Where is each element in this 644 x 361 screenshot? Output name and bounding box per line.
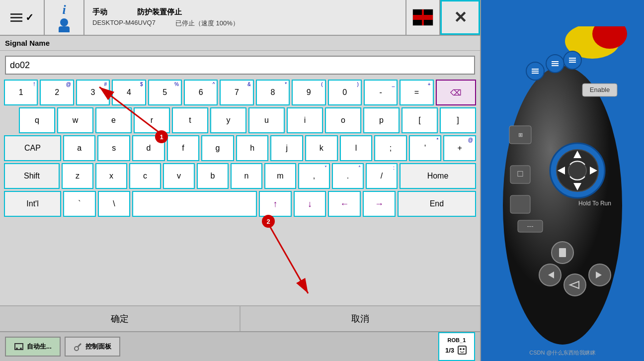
key-equals[interactable]: += — [400, 80, 433, 105]
keyboard-row-bottom: Int'l ` \ ↑ ↓ ← → End — [4, 191, 476, 217]
key-f[interactable]: f — [167, 135, 200, 161]
auto-generate-button[interactable]: 自动生... — [5, 337, 61, 357]
key-p[interactable]: p — [363, 107, 400, 133]
rob-button[interactable]: ROB_1 1/3 — [438, 332, 475, 361]
key-intl[interactable]: Int'l — [4, 191, 61, 217]
key-arrow-up[interactable]: ↑ — [259, 191, 292, 217]
key-shift[interactable]: Shift — [4, 163, 60, 189]
close-button[interactable]: ✕ — [440, 0, 480, 35]
header: ✓ i 手动 防护装置停止 DESKTOP-M46UVQ7 已停止（速度 100… — [0, 0, 480, 36]
key-d[interactable]: d — [132, 135, 165, 161]
key-b[interactable]: b — [197, 163, 229, 189]
key-2[interactable]: @2 — [40, 80, 74, 105]
signal-name-input[interactable] — [5, 56, 475, 75]
bottom-right: ROB_1 1/3 — [438, 332, 475, 361]
menu-button[interactable]: ✓ — [0, 0, 45, 35]
key-u[interactable]: u — [248, 107, 285, 133]
mode-label: 手动 — [92, 7, 107, 17]
key-8[interactable]: *8 — [256, 80, 290, 105]
key-k[interactable]: k — [305, 135, 338, 161]
key-e[interactable]: e — [95, 107, 132, 133]
cancel-label: 取消 — [351, 313, 369, 325]
confirm-label: 确定 — [111, 313, 129, 325]
key-i[interactable]: i — [287, 107, 323, 133]
key-minus[interactable]: _- — [364, 80, 398, 105]
key-x[interactable]: x — [95, 163, 127, 189]
hostname-label: DESKTOP-M46UVQ7 — [92, 19, 156, 28]
info-button[interactable]: i — [45, 0, 84, 35]
key-plus[interactable]: @+ — [443, 135, 476, 161]
key-backtick[interactable]: ` — [63, 191, 96, 217]
keyboard: !1 @2 #3 $4 %5 ^6 &7 *8 (9 )0 _- += ⌫ q … — [0, 78, 480, 305]
input-area — [0, 51, 480, 78]
key-quote[interactable]: *' — [409, 135, 442, 161]
key-arrow-down[interactable]: ↓ — [294, 191, 326, 217]
svg-rect-9 — [458, 346, 466, 354]
checkmark-icon: ✓ — [25, 11, 34, 23]
status-detail-label: 已停止（速度 100%） — [175, 19, 239, 28]
key-slash[interactable]: :/ — [366, 163, 398, 189]
svg-text:---: --- — [527, 222, 534, 230]
key-w[interactable]: w — [57, 107, 93, 133]
key-comma[interactable]: ˅, — [298, 163, 330, 189]
control-panel-button[interactable]: 控制面板 — [65, 337, 120, 357]
key-a[interactable]: a — [63, 135, 96, 161]
confirm-button[interactable]: 确定 — [0, 306, 241, 331]
key-home[interactable]: Home — [400, 163, 476, 189]
key-h[interactable]: h — [236, 135, 269, 161]
key-l[interactable]: l — [340, 135, 373, 161]
key-arrow-left[interactable]: ← — [328, 191, 361, 217]
key-0[interactable]: )0 — [328, 80, 362, 105]
key-5[interactable]: %5 — [148, 80, 182, 105]
key-9[interactable]: (9 — [292, 80, 325, 105]
key-arrow-right[interactable]: → — [363, 191, 396, 217]
key-z[interactable]: z — [62, 163, 93, 189]
key-o[interactable]: o — [325, 107, 361, 133]
key-s[interactable]: s — [97, 135, 130, 161]
control-btn-label: 控制面板 — [85, 342, 111, 351]
svg-point-11 — [463, 348, 465, 350]
confirm-bar: 确定 取消 — [0, 305, 480, 331]
key-backspace[interactable]: ⌫ — [436, 80, 476, 105]
svg-text:Hold To Run: Hold To Run — [578, 200, 611, 207]
keyboard-row-numbers: !1 @2 #3 $4 %5 ^6 &7 *8 (9 )0 _- += ⌫ — [4, 80, 476, 105]
wrench-icon — [74, 342, 82, 351]
signal-name-label: Signal Name — [5, 39, 50, 47]
keyboard-row-asdf: CAP a s d f g h j k l ; *' @+ — [4, 135, 476, 161]
svg-point-8 — [75, 347, 79, 351]
key-g[interactable]: g — [201, 135, 234, 161]
x-icon: ✕ — [454, 8, 467, 27]
key-6[interactable]: ^6 — [184, 80, 218, 105]
svg-text:□: □ — [518, 169, 523, 179]
keyboard-row-zxcv: Shift z x c v b n m ˅, ˄. :/ Home — [4, 163, 476, 189]
key-backslash[interactable]: \ — [98, 191, 131, 217]
key-4[interactable]: $4 — [112, 80, 146, 105]
bottom-left: 自动生... 控制面板 — [5, 337, 120, 357]
key-y[interactable]: y — [210, 107, 246, 133]
key-7[interactable]: &7 — [220, 80, 253, 105]
key-end[interactable]: End — [398, 191, 476, 217]
svg-rect-51 — [559, 248, 566, 257]
key-period[interactable]: ˄. — [332, 163, 364, 189]
key-r[interactable]: r — [134, 107, 170, 133]
cancel-button[interactable]: 取消 — [241, 306, 480, 331]
key-v[interactable]: v — [163, 163, 195, 189]
key-space[interactable] — [132, 191, 257, 217]
key-n[interactable]: n — [231, 163, 262, 189]
flag-button[interactable] — [405, 0, 440, 35]
key-3[interactable]: #3 — [76, 80, 110, 105]
key-q[interactable]: q — [19, 107, 55, 133]
bottom-bar: 自动生... 控制面板 ROB_1 1/3 — [0, 331, 480, 361]
key-j[interactable]: j — [270, 135, 303, 161]
key-lbracket[interactable]: [ — [402, 107, 438, 133]
key-cap[interactable]: CAP — [4, 135, 61, 161]
key-1[interactable]: !1 — [4, 80, 38, 105]
key-semicolon[interactable]: ; — [374, 135, 407, 161]
key-m[interactable]: m — [264, 163, 296, 189]
key-t[interactable]: t — [172, 107, 208, 133]
key-rbracket[interactable]: ] — [440, 107, 476, 133]
auto-btn-label: 自动生... — [27, 342, 52, 351]
key-c[interactable]: c — [129, 163, 161, 189]
svg-text:⊞: ⊞ — [518, 132, 523, 138]
rob-label: ROB_1 — [448, 337, 466, 343]
